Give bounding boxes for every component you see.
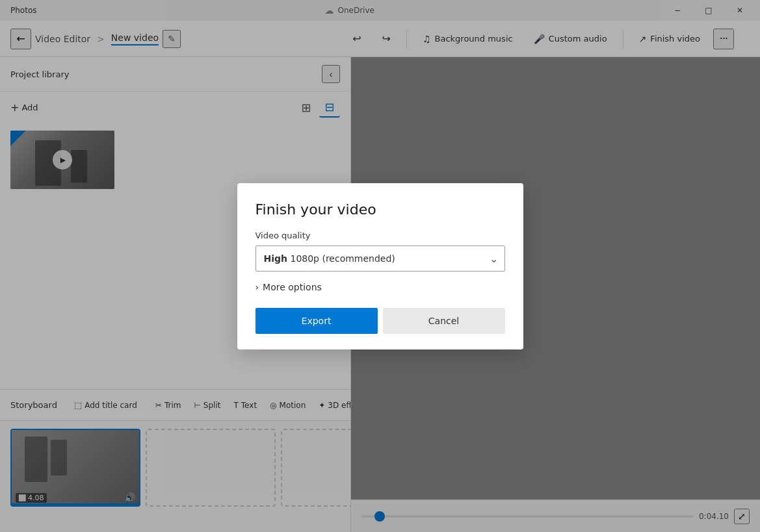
quality-select-wrapper: High 1080p (recommended) ⌄ bbox=[256, 246, 505, 272]
modal-title: Finish your video bbox=[256, 201, 505, 218]
quality-select[interactable]: High 1080p (recommended) bbox=[256, 246, 505, 272]
modal-buttons: Export Cancel bbox=[256, 308, 505, 334]
quality-label: Video quality bbox=[256, 231, 505, 240]
finish-video-modal: Finish your video Video quality High 108… bbox=[237, 183, 523, 349]
quality-detail-label: 1080p (recommended) bbox=[290, 253, 395, 264]
cancel-button[interactable]: Cancel bbox=[383, 308, 505, 334]
more-options-label: More options bbox=[263, 282, 322, 292]
quality-high-label: High bbox=[264, 253, 288, 264]
quality-value-display: High 1080p (recommended) bbox=[264, 253, 395, 264]
more-options-chevron-icon: › bbox=[256, 282, 259, 292]
modal-overlay: Finish your video Video quality High 108… bbox=[0, 0, 760, 532]
more-options-row[interactable]: › More options bbox=[256, 282, 505, 292]
export-button[interactable]: Export bbox=[256, 308, 378, 334]
